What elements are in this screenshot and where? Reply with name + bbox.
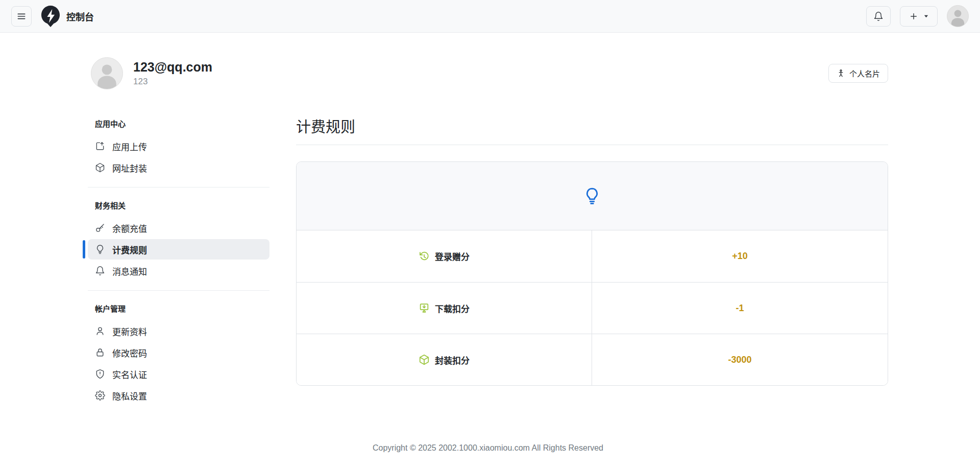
personal-card-button-label: 个人名片 [849,68,880,79]
sidebar-item-label: 隐私设置 [112,389,147,402]
page-body: 123@qq.com 123 个人名片 应用中心 [0,33,980,468]
rule-label: 登录赠分 [435,250,470,263]
profile-header: 123@qq.com 123 个人名片 [88,57,888,89]
sidebar-item-billing-rules[interactable]: 计费规则 [88,239,270,260]
sidebar-item-label: 余额充值 [112,222,147,235]
caret-down-icon [923,13,929,19]
person-standing-icon [837,69,845,78]
brand: 控制台 [41,5,94,28]
profile-email: 123@qq.com [133,60,212,75]
table-row: 下载扣分 -1 [297,282,888,334]
sidebar-item-privacy-settings[interactable]: 隐私设置 [88,385,270,406]
sidebar-item-label: 网址封装 [112,161,147,174]
plus-icon [909,12,918,21]
rule-value-cell: -1 [592,283,888,334]
bell-icon [873,11,884,21]
rule-value-cell: +10 [592,230,888,282]
profile-texts: 123@qq.com 123 [133,60,212,87]
lock-icon [95,347,105,358]
profile-username: 123 [133,77,212,87]
sidebar-item-balance-recharge[interactable]: 余额充值 [88,218,270,238]
hamburger-menu-button[interactable] [11,6,32,27]
rule-label-cell: 封装扣分 [297,334,592,385]
sidebar-divider [88,290,270,291]
person-silhouette-icon [91,58,122,89]
rule-label: 封装扣分 [435,354,470,366]
sidebar-item-update-profile[interactable]: 更新资料 [88,321,270,341]
rule-value: -1 [736,303,744,314]
sidebar-item-label: 消息通知 [112,265,147,277]
sidebar-section-header: 应用中心 [88,115,270,132]
hamburger-menu-icon [16,11,27,21]
gear-icon [95,390,105,401]
rule-label-cell: 登录赠分 [297,230,592,282]
top-navbar: 控制台 [0,0,980,33]
bell-icon [95,266,105,276]
shield-exclamation-icon [95,369,105,379]
user-avatar[interactable] [947,5,969,27]
sidebar-item-label: 计费规则 [112,243,147,256]
rule-label-cell: 下载扣分 [297,283,592,334]
sidebar-item-label: 更新资料 [112,325,147,338]
footer: Copyright © 2025 2002.1000.xiaomiou.com … [88,443,888,468]
navbar-right-group [866,5,969,27]
sidebar-divider [88,187,270,188]
sidebar-item-url-packaging[interactable]: 网址封装 [88,157,270,178]
page-title: 计费规则 [296,115,888,136]
notifications-button[interactable] [866,6,891,27]
rule-value-cell: -3000 [592,334,888,385]
history-clock-icon [419,251,430,262]
sidebar-section-header: 帐户管理 [88,300,270,317]
billing-rules-table-header [297,162,888,230]
person-icon [95,326,105,336]
person-silhouette-icon [947,6,968,27]
title-divider [296,145,888,145]
key-icon [95,223,105,233]
sidebar-section-header: 财务相关 [88,197,270,214]
sidebar-item-label: 实名认证 [112,368,147,381]
rule-label: 下载扣分 [435,302,470,315]
sidebar-item-label: 修改密码 [112,346,147,359]
lightbulb-icon [95,244,105,254]
rule-value: +10 [732,251,748,262]
main-content: 计费规则 [296,115,888,406]
download-monitor-icon [419,302,430,314]
table-row: 封装扣分 -3000 [297,334,888,385]
sidebar-item-message-notifications[interactable]: 消息通知 [88,261,270,281]
sidebar-item-app-upload[interactable]: 应用上传 [88,136,270,156]
copyright-text: Copyright © 2025 2002.1000.xiaomiou.com … [373,443,603,452]
personal-card-button[interactable]: 个人名片 [828,64,888,83]
profile-avatar [91,57,123,89]
sidebar-item-change-password[interactable]: 修改密码 [88,342,270,363]
sidebar-item-label: 应用上传 [112,140,147,153]
lightbulb-icon [583,186,601,206]
package-cube-icon [95,162,105,173]
app-title: 控制台 [66,10,94,23]
create-new-dropdown-button[interactable] [900,6,938,27]
billing-rules-table: 登录赠分 +10 [296,161,888,386]
navbar-left-group: 控制台 [11,5,94,28]
sidebar-item-realname-verification[interactable]: 实名认证 [88,364,270,384]
sidebar: 应用中心 应用上传 网址封装 [88,115,270,406]
upload-box-icon [95,141,105,151]
rule-value: -3000 [728,355,751,365]
lightning-bolt-pin-icon [41,5,60,28]
package-cube-icon [419,354,430,365]
table-row: 登录赠分 +10 [297,230,888,282]
body-row: 应用中心 应用上传 网址封装 [88,115,888,406]
